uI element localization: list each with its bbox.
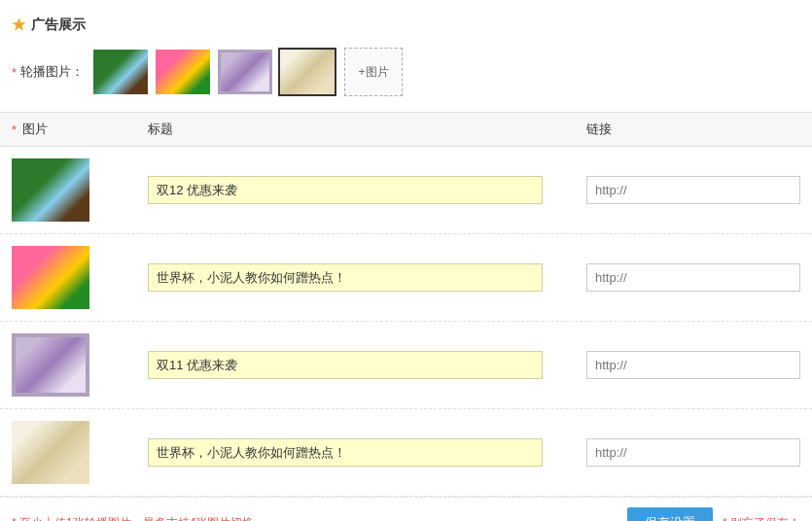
row-2-image: [12, 246, 89, 309]
row-1-image: [12, 158, 89, 222]
footer-bar: * 至少上传1张轮播图片，最多支持4张图片切换。 保存设置 * 别忘了保存！: [0, 497, 812, 521]
row-3-link-cell: [586, 351, 800, 379]
table-row: [0, 234, 812, 322]
row-4-link-input[interactable]: [586, 438, 800, 467]
table-row: [0, 322, 812, 409]
save-button[interactable]: 保存设置: [627, 507, 713, 521]
carousel-label: 轮播图片：: [20, 63, 84, 81]
section-title: ★ 广告展示: [0, 10, 812, 42]
thumb-4[interactable]: [278, 48, 336, 96]
row-4-pic: [12, 421, 138, 484]
footer-right: 保存设置 * 别忘了保存！: [627, 507, 800, 521]
header-link: 链接: [586, 121, 800, 138]
add-photo-button[interactable]: +图片: [344, 48, 403, 96]
header-pic-label: 图片: [22, 121, 48, 138]
row-2-title-input[interactable]: [148, 263, 543, 292]
star-icon: ★: [12, 16, 25, 34]
row-2-title-cell: [138, 263, 586, 292]
thumb-2[interactable]: [154, 48, 212, 96]
header-pic: * 图片: [12, 121, 138, 138]
table-row: [0, 147, 812, 234]
row-3-title-input[interactable]: [148, 351, 543, 379]
header-title: 标题: [138, 121, 586, 138]
row-2-link-cell: [586, 263, 800, 292]
thumb-2-img: [156, 50, 210, 94]
row-4-link-cell: [586, 438, 800, 467]
thumb-1[interactable]: [91, 48, 150, 96]
header-required-star: *: [12, 122, 17, 137]
row-1-title-cell: [138, 176, 586, 204]
table-row: [0, 409, 812, 497]
save-hint: * 别忘了保存！: [723, 515, 800, 522]
main-container: ★ 广告展示 * 轮播图片： +图片 * 图片: [0, 0, 812, 521]
footer-hint: * 至少上传1张轮播图片，最多支持4张图片切换。: [12, 515, 265, 522]
thumb-1-img: [93, 50, 148, 94]
thumb-4-img: [280, 50, 335, 94]
row-3-link-input[interactable]: [586, 351, 800, 379]
row-2-link-input[interactable]: [586, 263, 800, 292]
row-1-link-input[interactable]: [586, 176, 800, 204]
row-2-pic: [12, 246, 138, 309]
thumb-3[interactable]: [216, 48, 274, 96]
row-3-image: [12, 333, 89, 397]
row-4-title-input[interactable]: [148, 438, 543, 467]
row-4-title-cell: [138, 438, 586, 467]
carousel-thumbs: +图片: [91, 48, 403, 96]
thumb-3-img: [218, 50, 272, 94]
row-4-image: [12, 421, 89, 484]
table-header: * 图片 标题 链接: [0, 113, 812, 147]
row-3-pic: [12, 333, 138, 397]
row-1-link-cell: [586, 176, 800, 204]
carousel-row: * 轮播图片： +图片: [0, 42, 812, 108]
carousel-required-star: *: [12, 65, 17, 80]
section-title-text: 广告展示: [31, 17, 86, 34]
row-1-title-input[interactable]: [148, 176, 543, 204]
row-3-title-cell: [138, 351, 586, 379]
image-table: * 图片 标题 链接: [0, 112, 812, 497]
row-1-pic: [12, 158, 138, 222]
